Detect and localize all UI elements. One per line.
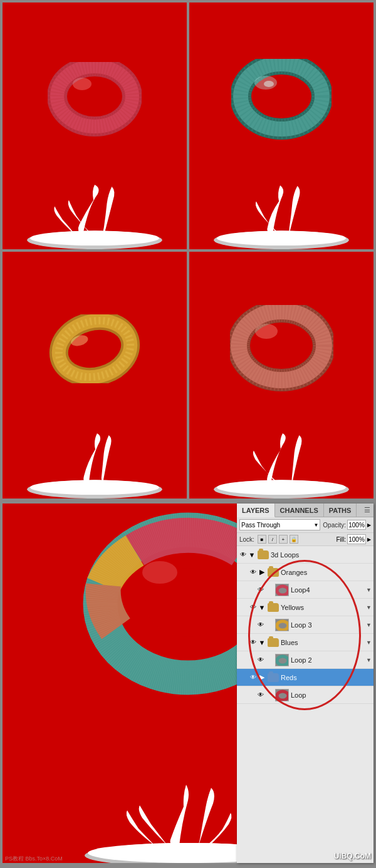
label-3d-loops: 3d Loops [271,551,372,559]
eye-3d-loops[interactable]: 👁 [238,550,248,560]
blend-mode-value: Pass Through [241,522,280,529]
svg-point-26 [255,324,278,339]
teal-donut-svg [231,59,332,140]
lock-row: Lock: ■ / + 🔒 Fill: 100% ▶ [237,533,373,546]
panel-menu-icon[interactable]: ☰ [361,504,373,517]
arrow-yellows: ▼ [366,604,372,611]
eye-loop3[interactable]: 👁 [256,620,266,630]
ps-watermark-text: PS教程 Bbs.To×8.CoM [5,855,63,863]
layer-loop2[interactable]: 👁 Loop 2 ▼ [237,651,373,669]
label-yellows: Yellows [281,604,366,611]
label-reds: Reds [281,674,372,681]
svg-point-22 [46,480,144,493]
eye-yellows[interactable]: 👁 [248,602,258,612]
layers-panel: LAYERS CHANNELS PATHS ☰ Pass Through ▼ O… [237,504,373,863]
eye-loop[interactable]: 👁 [256,690,266,700]
expand-reds[interactable]: ▶ [258,674,266,681]
layer-3d-loops[interactable]: 👁 ▼ 3d Loops [237,546,373,564]
blend-dropdown-arrow: ▼ [313,522,318,528]
folder-yellows [268,603,279,612]
layer-loop[interactable]: 👁 Loop [237,686,373,704]
top-grid [0,0,376,501]
opacity-label: Opacity: [323,522,346,529]
thumb-loop2 [275,654,289,666]
blend-mode-dropdown[interactable]: Pass Through ▼ [239,519,320,530]
folder-reds [268,673,279,682]
tab-channels[interactable]: CHANNELS [275,504,324,517]
label-blues: Blues [281,639,366,646]
layers-list: 👁 ▼ 3d Loops 👁 ▶ Oranges 👁 [237,546,373,863]
layer-blues[interactable]: 👁 ▼ Blues ▼ [237,634,373,651]
lock-label: Lock: [239,536,254,543]
svg-point-38 [277,621,288,630]
svg-point-40 [277,691,288,700]
orange-donut-svg [230,305,333,393]
folder-blues [268,638,279,647]
eye-blues[interactable]: 👁 [248,638,258,648]
label-loop4: Loop4 [291,586,366,594]
expand-3d-loops[interactable]: ▼ [248,551,256,559]
tab-paths[interactable]: PATHS [324,504,357,517]
svg-point-29 [232,480,331,493]
fill-value[interactable]: 100% [347,534,366,544]
layer-yellows[interactable]: 👁 ▼ Yellows ▼ [237,599,373,616]
expand-blues[interactable]: ▼ [258,639,266,646]
fill-arrow: ▶ [367,537,371,542]
label-loop3: Loop 3 [291,621,366,629]
lock-paint-icon[interactable]: / [268,535,277,544]
splash-area-3 [3,430,187,499]
svg-point-12 [264,81,274,87]
splash-area-1 [3,180,187,249]
yellow-donut-svg [48,314,142,383]
svg-point-15 [232,231,331,244]
eye-reds[interactable]: 👁 [248,673,258,683]
label-oranges: Oranges [281,569,372,576]
red-donut-svg [48,62,142,137]
opacity-arrow: ▶ [367,522,371,528]
splash-area-2 [189,180,373,249]
cell-top-left [3,3,187,249]
tab-layers[interactable]: LAYERS [237,504,275,517]
layer-loop4[interactable]: 👁 Loop4 ▼ [237,581,373,599]
thumb-loop [275,689,289,701]
thumb-loop4 [275,584,289,596]
layer-reds[interactable]: 👁 ▶ Reds [237,669,373,686]
svg-point-39 [277,656,288,665]
lock-all-icon[interactable]: 🔒 [290,535,298,544]
lock-move-icon[interactable]: + [279,535,288,544]
opacity-value[interactable]: 100% [347,520,366,530]
layers-tabs-bar: LAYERS CHANNELS PATHS ☰ [237,504,373,517]
cell-bottom-left [3,252,187,499]
layer-oranges[interactable]: 👁 ▶ Oranges [237,564,373,581]
fill-area: Fill: 100% ▶ [336,534,371,544]
svg-point-32 [142,561,177,584]
bottom-panel: LAYERS CHANNELS PATHS ☰ Pass Through ▼ O… [0,501,376,865]
cell-top-right [189,3,373,249]
eye-oranges[interactable]: 👁 [248,567,258,577]
opacity-control: Opacity: 100% ▶ [323,520,371,530]
lock-position-icon[interactable]: ■ [258,535,266,544]
cell-bottom-right [189,252,373,499]
label-loop2: Loop 2 [291,656,366,664]
svg-point-7 [46,231,144,244]
layer-loop3[interactable]: 👁 Loop 3 ▼ [237,616,373,634]
thumb-loop3 [275,619,289,631]
arrow-loop3: ▼ [366,622,372,628]
blend-opacity-row: Pass Through ▼ Opacity: 100% ▶ [237,517,373,533]
fill-label: Fill: [336,536,346,543]
arrow-loop2: ▼ [366,657,372,663]
expand-yellows[interactable]: ▼ [258,604,266,611]
arrow-blues: ▼ [366,639,372,646]
folder-oranges [268,568,279,577]
arrow-loop4: ▼ [366,587,372,593]
expand-oranges[interactable]: ▶ [258,569,266,576]
label-loop: Loop [291,691,372,699]
watermark: UiBQ.CoM [334,852,371,860]
eye-loop4[interactable]: 👁 [256,585,266,595]
splash-area-4 [189,430,373,499]
eye-loop2[interactable]: 👁 [256,655,266,665]
svg-point-4 [73,78,91,90]
svg-point-37 [277,586,288,595]
folder-3d-loops [258,550,269,559]
